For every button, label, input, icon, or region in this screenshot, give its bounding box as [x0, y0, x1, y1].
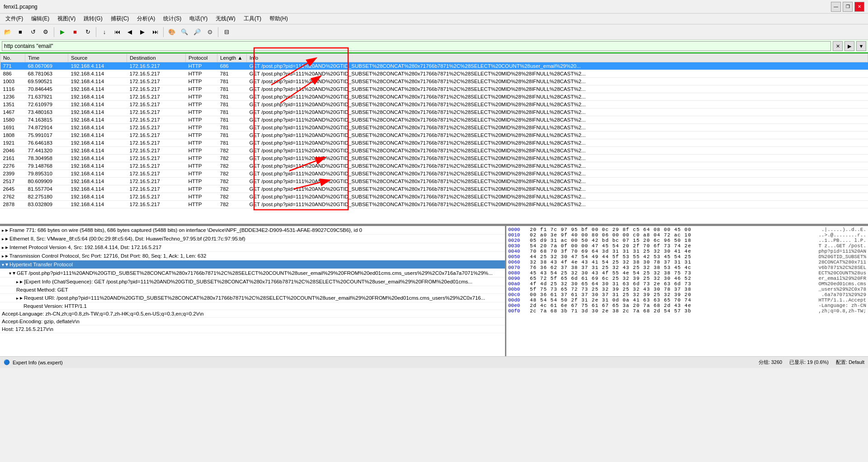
- cell-no: 886: [0, 70, 25, 78]
- col-header-src[interactable]: Source: [68, 54, 127, 62]
- menu-item-g[interactable]: 跳转(G): [80, 14, 106, 24]
- table-row[interactable]: 216178.304958192.168.4.114172.16.5.217HT…: [0, 155, 868, 162]
- table-row[interactable]: 169174.872914192.168.4.114172.16.5.217HT…: [0, 124, 868, 132]
- table-row[interactable]: 111670.846445192.168.4.114172.16.5.217HT…: [0, 85, 868, 93]
- table-row[interactable]: 192176.646183192.168.4.114172.16.5.217HT…: [0, 139, 868, 147]
- table-row[interactable]: 180875.991017192.168.4.114172.16.5.217HT…: [0, 132, 868, 139]
- hex-offset: 0040: [508, 249, 526, 254]
- detail-row[interactable]: Accept-Language: zh-CN,zh;q=0.8,zh-TW;q=…: [0, 310, 505, 318]
- hex-bytes: 32 38 43 4f 4e 43 41 54 25 32 38 30 78 3…: [530, 259, 815, 265]
- stop-capture-button[interactable]: ■: [69, 26, 81, 38]
- cell-info: GET /post.php?pid=111%20AND%20GTID_SUBSE…: [247, 170, 868, 178]
- filter-dropdown-button[interactable]: ▼: [856, 41, 866, 51]
- detail-row[interactable]: Request Method: GET: [0, 286, 505, 294]
- menu-item-c[interactable]: 捕获(C): [107, 14, 133, 24]
- detail-row[interactable]: Accept-Encoding: gzip, deflate\r\n: [0, 318, 505, 325]
- table-row[interactable]: 276282.275180192.168.4.114172.16.5.217HT…: [0, 193, 868, 201]
- table-row[interactable]: 100369.590521192.168.4.114172.16.5.217HT…: [0, 78, 868, 85]
- go-to-next-button[interactable]: ▶: [137, 26, 148, 38]
- cell-dst: 172.16.5.217: [127, 93, 186, 101]
- cell-len: 781: [217, 124, 247, 132]
- hex-ascii: _users%29%2C0x78: [818, 287, 866, 292]
- col-header-no[interactable]: No.: [0, 54, 25, 62]
- resize-columns-button[interactable]: ⊟: [221, 26, 232, 38]
- colorize-button[interactable]: 🎨: [166, 26, 178, 38]
- hex-ascii: 28CONCAT%280x711: [818, 259, 866, 265]
- go-to-first-button[interactable]: ⏮: [111, 26, 123, 38]
- detail-row[interactable]: Host: 172.16.5.217\r\n: [0, 325, 505, 333]
- cell-src: 192.168.4.114: [68, 78, 127, 85]
- options-button[interactable]: ⚙: [40, 26, 52, 38]
- packet-list-area[interactable]: No. Time Source Destination Protocol Len…: [0, 53, 868, 225]
- table-row[interactable]: 287883.032809192.168.4.114172.16.5.217HT…: [0, 201, 868, 208]
- table-row[interactable]: 146773.480163192.168.4.114172.16.5.217HT…: [0, 108, 868, 116]
- detail-row[interactable]: Request Version: HTTP/1.1: [0, 302, 505, 310]
- hex-row: 00d048 54 54 50 2f 31 2e 31 0d 0a 41 63 …: [508, 297, 866, 303]
- detail-row[interactable]: ▸ Transmission Control Protocol, Src Por…: [0, 252, 505, 260]
- menu-item-s[interactable]: 统计(S): [160, 14, 185, 24]
- zoom-out-button[interactable]: 🔎: [191, 26, 203, 38]
- detail-row[interactable]: ▾ GET /post.php?pid=111%20AND%20GTID_SUB…: [0, 269, 505, 278]
- packet-details[interactable]: ▸ Frame 771: 686 bytes on wire (5488 bit…: [0, 226, 506, 356]
- menu-item-e[interactable]: 编辑(E): [28, 14, 53, 24]
- detail-row[interactable]: ▸ Request URI: /post.php?pid=111%20AND%2…: [0, 294, 505, 302]
- cell-info: GET /post.php?pid=111%20AND%20GTID_SUBSE…: [247, 62, 868, 70]
- col-header-info[interactable]: Info: [247, 54, 868, 62]
- col-header-time[interactable]: Time: [25, 54, 68, 62]
- statusbar-expert-info[interactable]: Expert Info (ws.expert): [13, 360, 63, 365]
- menu-item-f[interactable]: 文件(F): [2, 14, 27, 24]
- col-header-len[interactable]: Length ▲: [217, 54, 247, 62]
- table-row[interactable]: 135172.610979192.168.4.114172.16.5.217HT…: [0, 101, 868, 108]
- filter-clear-button[interactable]: ✕: [833, 41, 843, 51]
- start-capture-button[interactable]: ▶: [57, 26, 68, 38]
- table-row[interactable]: 264581.557704192.168.4.114172.16.5.217HT…: [0, 185, 868, 193]
- hex-bytes: 44 25 32 30 47 54 49 44 5f 53 55 42 53 4…: [530, 254, 815, 259]
- table-row[interactable]: 123671.637921192.168.4.114172.16.5.217HT…: [0, 93, 868, 101]
- col-header-dst[interactable]: Destination: [127, 54, 186, 62]
- menu-item-w[interactable]: 无线(W): [212, 14, 239, 24]
- detail-row[interactable]: ▸ Frame 771: 686 bytes on wire (5488 bit…: [0, 226, 505, 235]
- zoom-normal-button[interactable]: ⊙: [204, 26, 216, 38]
- table-row[interactable]: 158074.163815192.168.4.114172.16.5.217HT…: [0, 116, 868, 124]
- table-row[interactable]: 251780.609909192.168.4.114172.16.5.217HT…: [0, 178, 868, 185]
- restore-button[interactable]: ❐: [843, 2, 853, 12]
- cell-no: 2517: [0, 178, 25, 185]
- zoom-in-button[interactable]: 🔍: [179, 26, 190, 38]
- filter-apply-button[interactable]: ▶: [844, 41, 854, 51]
- restart-capture-button[interactable]: ↻: [82, 26, 94, 38]
- minimize-button[interactable]: —: [831, 2, 841, 12]
- menu-item-v[interactable]: 视图(V): [54, 14, 79, 24]
- hex-row: 004070 68 70 3f 70 69 64 3d 31 31 31 25 …: [508, 249, 866, 254]
- hex-row: 009065 72 5f 65 6d 61 69 6c 25 32 39 25 …: [508, 276, 866, 281]
- menu-item-a[interactable]: 分析(A): [133, 14, 159, 24]
- table-row[interactable]: 204677.441320192.168.4.114172.16.5.217HT…: [0, 147, 868, 155]
- table-row[interactable]: 239979.895310192.168.4.114172.16.5.217HT…: [0, 170, 868, 178]
- hex-ascii: HTTP/1.1..Accept: [818, 297, 866, 303]
- menu-item-h[interactable]: 帮助(H): [266, 14, 292, 24]
- table-row[interactable]: 88668.781063192.168.4.114172.16.5.217HTT…: [0, 70, 868, 78]
- reload-button[interactable]: ↺: [27, 26, 39, 38]
- close-button[interactable]: ✕: [854, 2, 864, 12]
- cell-proto: HTTP: [186, 170, 217, 178]
- cell-no: 1351: [0, 101, 25, 108]
- cell-time: 73.480163: [25, 108, 68, 116]
- detail-row-text: Ethernet II, Src: VMware_8f:c5:64 (00:0c…: [9, 236, 245, 241]
- col-header-proto[interactable]: Protocol: [186, 54, 217, 62]
- detail-row[interactable]: ▾ Hypertext Transfer Protocol: [0, 260, 505, 269]
- cell-dst: 172.16.5.217: [127, 62, 186, 70]
- table-row[interactable]: 77168.067069192.168.4.114172.16.5.217HTT…: [0, 62, 868, 70]
- cell-src: 192.168.4.114: [68, 132, 127, 139]
- detail-row[interactable]: ▸ Internet Protocol Version 4, Src: 192.…: [0, 243, 505, 252]
- open-button[interactable]: 📂: [2, 26, 14, 38]
- filter-input[interactable]: [2, 41, 831, 51]
- table-row[interactable]: 227679.148768192.168.4.114172.16.5.217HT…: [0, 162, 868, 170]
- detail-row[interactable]: ▸ [Expert Info (Chat/Sequence): GET /pos…: [0, 278, 505, 286]
- detail-row[interactable]: ▸ Ethernet II, Src: VMware_8f:c5:64 (00:…: [0, 235, 505, 243]
- menu-item-y[interactable]: 电话(Y): [186, 14, 211, 24]
- menu-item-t[interactable]: 工具(T): [240, 14, 265, 24]
- cell-proto: HTTP: [186, 101, 217, 108]
- go-to-previous-button[interactable]: ◀: [124, 26, 136, 38]
- close-capture-button[interactable]: ■: [14, 26, 26, 38]
- scroll-to-end-button[interactable]: ↓: [99, 26, 110, 38]
- go-to-last-button[interactable]: ⏭: [149, 26, 161, 38]
